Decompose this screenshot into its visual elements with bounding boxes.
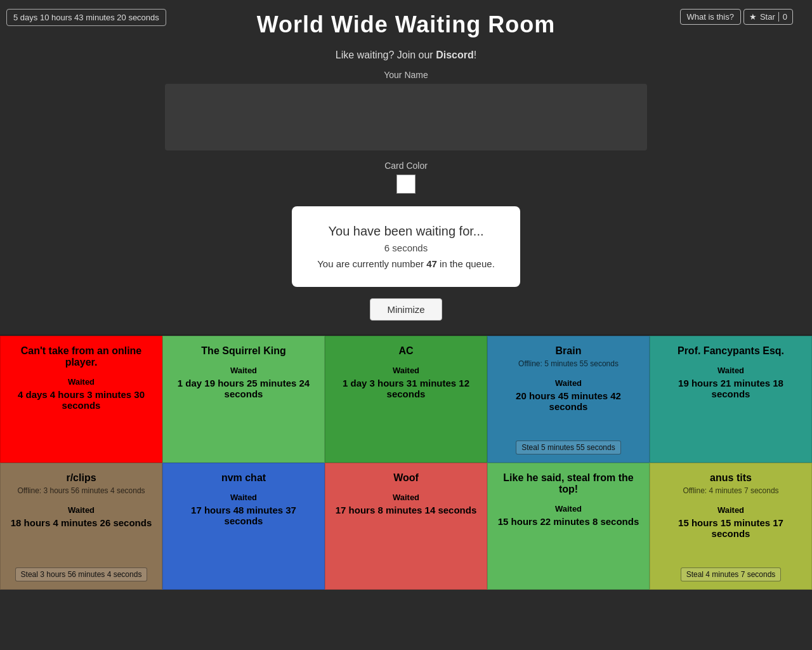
- color-picker[interactable]: [396, 175, 416, 194]
- steal-button[interactable]: Steal 5 minutes 55 seconds: [516, 441, 620, 454]
- queue-post-text: in the queue.: [437, 258, 495, 269]
- star-label: Star: [760, 12, 775, 22]
- card-waited-label: Waited: [717, 505, 744, 515]
- color-label: Card Color: [384, 161, 428, 171]
- card-waited-label: Waited: [230, 366, 257, 375]
- card-waited-label: Waited: [555, 504, 582, 514]
- card-waited-time: 19 hours 21 minutes 18 seconds: [658, 378, 804, 399]
- color-section: Card Color: [0, 161, 812, 194]
- card-offline-status: Offline: 3 hours 56 minutes 4 seconds: [17, 486, 145, 495]
- waiting-card: You have been waiting for... 6 seconds Y…: [292, 206, 520, 287]
- card-player-name: Brain: [556, 345, 582, 357]
- card-offline-status: Offline: 4 minutes 7 seconds: [683, 486, 778, 495]
- card-player-name: Like he said, steal from the top!: [495, 472, 641, 495]
- card-waited-time: 1 day 19 hours 25 minutes 24 seconds: [171, 378, 317, 399]
- card-waited-label: Waited: [393, 493, 419, 502]
- card-waited-label: Waited: [68, 505, 95, 515]
- card-player-name: anus tits: [710, 472, 752, 484]
- github-icon: ★: [749, 12, 757, 22]
- card-player-name: Can't take from an online player.: [8, 345, 154, 368]
- star-count: 0: [778, 12, 787, 22]
- cards-grid: Can't take from an online player.Waited4…: [0, 335, 812, 590]
- name-label: Your Name: [384, 70, 428, 80]
- header: 5 days 10 hours 43 minutes 20 seconds Wo…: [0, 0, 812, 44]
- queue-number: 47: [426, 258, 437, 269]
- timer-badge: 5 days 10 hours 43 minutes 20 seconds: [6, 9, 166, 26]
- player-card: BrainOffline: 5 minutes 55 secondsWaited…: [487, 336, 650, 463]
- player-card: nvm chatWaited17 hours 48 minutes 37 sec…: [162, 463, 325, 590]
- github-area: What is this? ★ Star 0: [680, 9, 794, 25]
- queue-pre-text: You are currently number: [317, 258, 426, 269]
- timer-text: 5 days 10 hours 43 minutes 20 seconds: [13, 13, 159, 22]
- card-player-name: Woof: [393, 472, 419, 484]
- discord-link[interactable]: Discord: [436, 50, 474, 60]
- player-card: ACWaited1 day 3 hours 31 minutes 12 seco…: [325, 336, 487, 463]
- card-waited-time: 15 hours 15 minutes 17 seconds: [658, 517, 804, 539]
- card-waited-time: 17 hours 8 minutes 14 seconds: [336, 505, 477, 515]
- card-waited-time: 18 hours 4 minutes 26 seconds: [11, 517, 152, 528]
- card-player-name: The Squirrel King: [201, 345, 285, 357]
- card-waited-label: Waited: [555, 378, 582, 388]
- card-waited-label: Waited: [230, 493, 257, 502]
- discord-line: Like waiting? Join our Discord!: [0, 50, 812, 61]
- player-card: Prof. Fancypants Esq.Waited19 hours 21 m…: [650, 336, 812, 463]
- card-waited-label: Waited: [717, 366, 744, 375]
- card-waited-time: 20 hours 45 minutes 42 seconds: [495, 390, 641, 412]
- card-waited-label: Waited: [68, 377, 95, 387]
- name-input[interactable]: [165, 84, 647, 150]
- card-player-name: AC: [398, 345, 413, 357]
- card-player-name: Prof. Fancypants Esq.: [678, 345, 784, 357]
- card-waited-time: 17 hours 48 minutes 37 seconds: [171, 505, 317, 526]
- card-player-name: r/clips: [66, 472, 96, 484]
- card-waited-time: 15 hours 22 minutes 8 seconds: [498, 516, 639, 527]
- discord-suffix: !: [474, 50, 476, 60]
- card-waited-label: Waited: [393, 366, 419, 375]
- name-section: Your Name: [0, 70, 812, 150]
- player-card: r/clipsOffline: 3 hours 56 minutes 4 sec…: [0, 463, 162, 590]
- player-card: Like he said, steal from the top!Waited1…: [487, 463, 650, 590]
- card-player-name: nvm chat: [221, 472, 266, 484]
- discord-prefix: Like waiting? Join our: [336, 50, 436, 60]
- waiting-duration: 6 seconds: [311, 242, 501, 253]
- steal-button[interactable]: Steal 3 hours 56 minutes 4 seconds: [15, 567, 148, 581]
- player-card: anus titsOffline: 4 minutes 7 secondsWai…: [650, 463, 812, 590]
- minimize-button[interactable]: Minimize: [370, 298, 442, 321]
- what-is-this-button[interactable]: What is this?: [680, 9, 741, 25]
- player-card: Can't take from an online player.Waited4…: [0, 336, 162, 463]
- queue-position: You are currently number 47 in the queue…: [311, 258, 501, 269]
- player-card: WoofWaited17 hours 8 minutes 14 seconds: [325, 463, 487, 590]
- card-offline-status: Offline: 5 minutes 55 seconds: [518, 359, 619, 368]
- steal-button[interactable]: Steal 4 minutes 7 seconds: [681, 567, 782, 581]
- card-waited-time: 1 day 3 hours 31 minutes 12 seconds: [333, 378, 479, 399]
- star-button[interactable]: ★ Star 0: [743, 9, 793, 25]
- card-waited-time: 4 days 4 hours 3 minutes 30 seconds: [8, 389, 154, 411]
- waiting-for-text: You have been waiting for...: [311, 224, 501, 239]
- player-card: The Squirrel KingWaited1 day 19 hours 25…: [162, 336, 325, 463]
